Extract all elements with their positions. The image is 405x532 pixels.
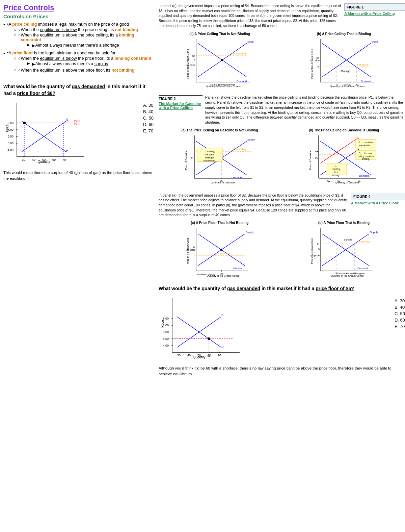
binding-constraint-1: binding constraint (21, 33, 134, 42)
svg-text:Demand: Demand (357, 267, 368, 270)
svg-text:Supply: Supply (372, 40, 378, 43)
equil-below-ceiling: equilibrium is below (40, 27, 77, 32)
bullet-price-ceiling: • A price ceiling imposes a legal maximu… (3, 22, 154, 49)
svg-text:Demand: Demand (361, 80, 371, 83)
figure1-panel-a: (a) A Price Ceiling That Is Not Binding … (159, 32, 281, 92)
question1-answer: This would mean there is a surplus of 40… (3, 170, 154, 182)
figure2-desc: Panel (a) shows the gasoline market when… (205, 95, 405, 125)
svg-text:$3: $3 (316, 57, 319, 59)
figure1-subtitle: A Market with a Price Ceiling (344, 11, 405, 16)
svg-text:4.: 4. (335, 165, 337, 167)
bullet-price-floor: • A price floor is the legal minimum a g… (3, 51, 154, 73)
sub-item-above-ceiling: ○ When the equilibrium is above the pric… (14, 33, 154, 49)
figure4-desc: In panel (a), the government imposes a p… (159, 193, 348, 218)
svg-text:Demand: Demand (232, 176, 242, 179)
svg-text:3: 3 (318, 248, 320, 251)
svg-text:Price of Gasoline: Price of Gasoline (185, 150, 188, 170)
svg-text:S: S (221, 313, 223, 317)
question1-chart: Price Quantity 4.00 5.00 6.00 7.00 8. (3, 99, 140, 168)
choice-a1: A. 30 (143, 103, 154, 108)
svg-text:Quantity: Quantity (344, 84, 351, 86)
figure2-subtitle: The Market for Gasoline with a Price Cei… (159, 102, 202, 110)
svg-text:Price floor: Price floor (359, 240, 370, 243)
svg-text:125: 125 (354, 83, 358, 86)
svg-text:binding.: binding. (362, 158, 370, 160)
svg-text:50: 50 (42, 158, 46, 161)
equil-above-floor: equilibrium is above (40, 68, 77, 73)
question2-choices: A. 30 B. 40 C. 50 D. 60 E. 70 (395, 295, 405, 329)
svg-text:Price ceiling: Price ceiling (356, 64, 369, 66)
svg-text:P₁: P₁ (315, 157, 318, 160)
svg-text:Supply: Supply (247, 40, 253, 43)
choice-c2: C. 50 (395, 311, 405, 316)
svg-text:Price of Ice-Cream Cone: Price of Ice-Cream Cone (311, 238, 313, 264)
price-floor-5: price floor of $5? (316, 286, 354, 291)
figure4-subtitle: A Market with a Price Floor (351, 201, 405, 205)
svg-text:P₂: P₂ (315, 150, 318, 153)
question2-section: What would be the quantity of gas demand… (159, 285, 405, 377)
svg-text:Q₁: Q₁ (338, 180, 340, 182)
svg-text:4.00: 4.00 (7, 148, 14, 152)
svg-text:Price floor: Price floor (220, 252, 231, 255)
equil-below-floor: equilibrium is below (40, 56, 77, 61)
svg-text:3. ... the price: 3. ... the price (359, 152, 373, 155)
svg-text:Price: Price (74, 120, 81, 123)
binding-constraint-2: binding constraint (114, 56, 151, 61)
svg-text:30: 30 (22, 158, 25, 161)
svg-text:100 Equilibrium quantity: 100 Equilibrium quantity (210, 83, 235, 86)
svg-text:$4: $4 (317, 242, 320, 245)
gas-demanded-2: gas demanded (227, 286, 260, 291)
choice-b2: B. 40 (395, 305, 405, 310)
fig1a-svg: Price of Ice-Cream Cone Quantity of Ice-… (186, 36, 253, 91)
not-binding-2: not binding (111, 68, 134, 73)
choice-e2: E. 70 (395, 324, 405, 329)
figure1-number: FIGURE 1 (347, 5, 364, 9)
svg-text:Price of Ice-Cream Cone: Price of Ice-Cream Cone (310, 49, 314, 79)
figure2-panel-a: (a) The Price Ceiling on Gasoline Is Not… (159, 128, 281, 189)
fig2a-svg: Price of Gasoline Quantity of Gasoline S… (184, 133, 255, 188)
svg-text:Q₃: Q₃ (327, 180, 330, 182)
svg-text:Demand: Demand (359, 174, 369, 177)
svg-text:5.00: 5.00 (7, 142, 14, 145)
svg-text:8.00: 8.00 (163, 317, 169, 320)
svg-text:resulting: resulting (332, 168, 341, 171)
bullet1-text: A price ceiling imposes a legal maximum … (8, 22, 129, 27)
svg-text:$4: $4 (192, 54, 195, 57)
sub-item-below-floor: ○ When the equilibrium is below the pric… (14, 56, 151, 67)
question1-text: What would be the quantity of gas demand… (3, 83, 154, 97)
minimum-label: minimum (55, 51, 73, 55)
figure2-number: FIGURE 2 (159, 97, 176, 101)
question2-answer: Although you'd think it'd be 60 with a s… (159, 365, 405, 377)
svg-text:40: 40 (187, 354, 191, 357)
question1-choices: A. 30 B. 40 C. 50 D. 60 E. 70 (143, 99, 154, 133)
not-binding-1: not binding (115, 27, 138, 32)
svg-text:Supply: Supply (370, 231, 378, 234)
svg-text:4.00: 4.00 (163, 344, 169, 347)
svg-text:D: D (66, 150, 69, 153)
main-bullet-list: • A price ceiling imposes a legal maximu… (3, 22, 154, 73)
svg-text:60: 60 (208, 354, 211, 357)
figure1-panel-b: (b) A Price Ceiling That Is Binding Pric… (283, 32, 405, 92)
q2-chart-svg: Price Quantity 4.00 5.00 6.00 7.00 8.00 (159, 295, 243, 362)
svg-point-128 (220, 249, 222, 251)
price-floor-8: price floor of $8? (17, 91, 55, 96)
surplus-label: surplus (94, 61, 108, 66)
svg-text:S₂: S₂ (356, 136, 359, 140)
svg-text:6.00: 6.00 (7, 135, 14, 138)
svg-text:70: 70 (62, 158, 66, 161)
svg-text:Price ceiling: Price ceiling (233, 52, 246, 55)
price-floor-underline-2: price floor (319, 366, 336, 370)
svg-text:in a: in a (334, 171, 338, 173)
svg-text:60: 60 (52, 158, 56, 161)
svg-text:2. ... but when: 2. ... but when (359, 141, 373, 144)
svg-text:Q₁: Q₁ (220, 180, 223, 182)
svg-text:ceiling is: ceiling is (205, 156, 214, 159)
svg-text:Q₂: Q₂ (348, 180, 350, 182)
svg-text:75: 75 (335, 83, 338, 86)
svg-text:Equilibrium price: Equilibrium price (186, 64, 196, 67)
svg-text:3: 3 (194, 59, 196, 62)
choice-e1: E. 70 (143, 128, 154, 133)
svg-text:Demand: Demand (237, 80, 247, 83)
svg-text:8.00: 8.00 (7, 121, 14, 125)
svg-text:50: 50 (197, 354, 201, 357)
